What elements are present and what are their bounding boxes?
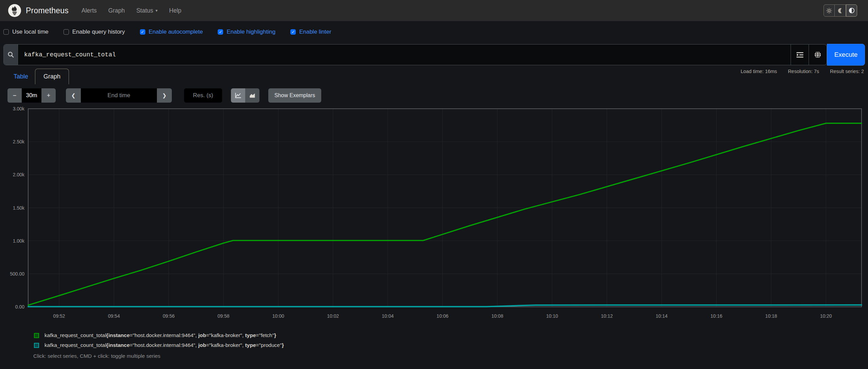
x-axis-label: 10:20 <box>820 313 832 319</box>
checkbox-icon: ✓ <box>140 29 145 35</box>
query-options-bar: ✓ Use local time ✓ Enable query history … <box>0 21 868 43</box>
tab-table[interactable]: Table <box>13 69 29 84</box>
x-axis-label: 10:12 <box>601 313 613 319</box>
line-chart-icon <box>235 93 241 98</box>
series-name: kafka_request_count_total{instance="host… <box>44 332 276 338</box>
prometheus-logo-icon <box>8 4 21 17</box>
y-axis-label: 1.50k <box>13 205 25 211</box>
y-axis-label: 3.00k <box>13 106 25 111</box>
graph-legend: kafka_request_count_total{instance="host… <box>34 332 868 348</box>
legend-item[interactable]: kafka_request_count_total{instance="host… <box>34 342 868 348</box>
stacked-chart-icon <box>249 93 255 98</box>
nav-item-graph[interactable]: Graph <box>108 7 125 14</box>
checkbox-enable-linter[interactable]: ✓ Enable linter <box>290 29 331 35</box>
graph-controls: − + ❮ ❯ Show Exemplars <box>7 88 868 103</box>
navbar: Prometheus Alerts Graph Status▾ Help <box>0 0 868 21</box>
moon-icon <box>837 8 843 14</box>
theme-light-button[interactable] <box>824 4 835 17</box>
series-swatch-icon <box>34 333 39 338</box>
graph-panel: 0.00500.001.00k1.50k2.00k2.50k3.00k09:52… <box>0 105 868 324</box>
x-axis-label: 10:10 <box>546 313 558 319</box>
x-axis-label: 10:04 <box>382 313 394 319</box>
app-title: Prometheus <box>26 6 69 15</box>
graph-canvas[interactable]: 0.00500.001.00k1.50k2.00k2.50k3.00k09:52… <box>0 105 868 323</box>
query-bar: Execute <box>3 44 865 65</box>
end-time-input[interactable] <box>81 88 157 103</box>
nav-item-status[interactable]: Status▾ <box>136 7 158 14</box>
end-time-picker: ❮ ❯ <box>66 88 172 103</box>
tab-graph[interactable]: Graph <box>35 69 69 84</box>
x-axis-label: 09:52 <box>53 313 65 319</box>
series-name: kafka_request_count_total{instance="host… <box>44 342 284 348</box>
checkbox-use-local-time[interactable]: ✓ Use local time <box>3 29 49 35</box>
time-forward-button[interactable]: ❯ <box>157 88 172 103</box>
show-exemplars-button[interactable]: Show Exemplars <box>268 88 321 103</box>
legend-hint: Click: select series, CMD + click: toggl… <box>33 353 868 359</box>
chart-type-toggle <box>231 88 259 103</box>
load-time: Load time: 16ms <box>741 69 777 74</box>
checkbox-enable-autocomplete[interactable]: ✓ Enable autocomplete <box>140 29 203 35</box>
nav-item-help[interactable]: Help <box>169 7 181 14</box>
checkbox-icon: ✓ <box>290 29 296 35</box>
result-series: Result series: 2 <box>830 69 864 74</box>
query-input[interactable] <box>18 45 791 65</box>
metrics-explorer-button[interactable] <box>791 45 809 65</box>
execute-button[interactable]: Execute <box>827 44 865 66</box>
theme-dark-button[interactable] <box>835 4 846 17</box>
range-decrease-button[interactable]: − <box>7 88 22 103</box>
x-axis-label: 09:58 <box>217 313 229 319</box>
y-axis-label: 500.00 <box>10 271 24 277</box>
series-swatch-icon <box>34 343 39 348</box>
x-axis-label: 10:00 <box>272 313 284 319</box>
query-stats: Load time: 16ms Resolution: 7s Result se… <box>731 69 864 74</box>
nav-links: Alerts Graph Status▾ Help <box>82 7 193 14</box>
y-axis-label: 0.00 <box>15 304 24 310</box>
line-chart-button[interactable] <box>231 88 245 103</box>
search-icon <box>4 45 18 65</box>
y-axis-label: 2.00k <box>13 172 25 177</box>
range-stepper: − + <box>7 88 56 103</box>
x-axis-label: 09:56 <box>163 313 175 319</box>
x-axis-label: 10:08 <box>491 313 503 319</box>
x-axis-label: 10:14 <box>656 313 668 319</box>
theme-auto-button[interactable] <box>846 4 857 17</box>
prometheus-brand[interactable]: Prometheus <box>8 4 69 17</box>
checkbox-enable-highlighting[interactable]: ✓ Enable highlighting <box>218 29 275 35</box>
auto-contrast-icon <box>849 7 855 14</box>
caret-down-icon: ▾ <box>156 8 158 13</box>
resolution: Resolution: 7s <box>788 69 819 74</box>
x-axis-label: 10:18 <box>765 313 777 319</box>
checkbox-icon: ✓ <box>218 29 223 35</box>
sun-icon <box>826 8 832 14</box>
x-axis-label: 10:02 <box>327 313 339 319</box>
checkbox-icon: ✓ <box>64 29 69 35</box>
panel-tabs: Table Graph Load time: 16ms Resolution: … <box>0 67 868 84</box>
resolution-input[interactable] <box>184 88 222 103</box>
checkbox-icon: ✓ <box>3 29 9 35</box>
y-axis-label: 2.50k <box>13 139 25 144</box>
y-axis-label: 1.00k <box>13 238 25 244</box>
globe-button[interactable] <box>809 45 827 65</box>
legend-item[interactable]: kafka_request_count_total{instance="host… <box>34 332 868 338</box>
checkbox-enable-query-history[interactable]: ✓ Enable query history <box>64 29 125 35</box>
x-axis-label: 10:06 <box>437 313 449 319</box>
series-line-0 <box>28 123 862 305</box>
x-axis-label: 10:16 <box>710 313 722 319</box>
globe-icon <box>814 51 821 58</box>
nav-item-alerts[interactable]: Alerts <box>82 7 97 14</box>
range-increase-button[interactable]: + <box>41 88 56 103</box>
x-axis-label: 09:54 <box>108 313 120 319</box>
stacked-chart-button[interactable] <box>245 88 259 103</box>
metrics-explorer-icon <box>796 52 803 58</box>
series-line-1 <box>28 305 862 307</box>
time-back-button[interactable]: ❮ <box>66 88 81 103</box>
theme-toggle-group <box>824 4 857 17</box>
range-input[interactable] <box>22 88 41 103</box>
